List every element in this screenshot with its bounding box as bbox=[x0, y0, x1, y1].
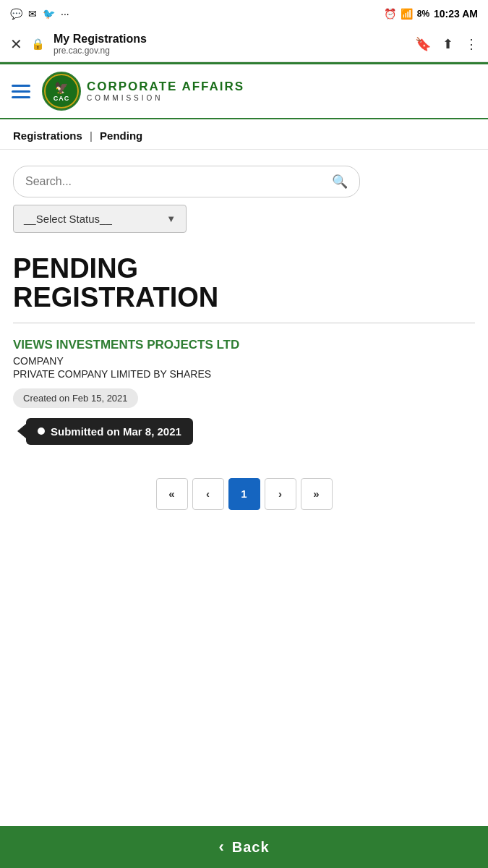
pagination-next[interactable]: › bbox=[265, 478, 296, 510]
breadcrumb-part2[interactable]: Pending bbox=[100, 129, 142, 142]
lock-icon: 🔒 bbox=[31, 38, 45, 51]
hamburger-line-1 bbox=[12, 85, 30, 87]
search-icon: 🔍 bbox=[332, 174, 348, 190]
pending-title-line1: PENDING bbox=[13, 253, 138, 284]
select-status-label: __Select Status__ bbox=[24, 213, 112, 225]
select-status-dropdown[interactable]: __Select Status__ ▼ bbox=[13, 205, 187, 233]
pending-divider bbox=[13, 323, 475, 323]
browser-bar: ✕ 🔒 My Registrations pre.cac.gov.ng 🔖 ⬆ … bbox=[0, 26, 488, 62]
registration-card[interactable]: VIEWS INVESTMENTS PROJECTS LTD COMPANY P… bbox=[13, 338, 475, 445]
pending-title: PENDING REGISTRATION bbox=[13, 255, 475, 312]
pagination-prev[interactable]: ‹ bbox=[192, 478, 224, 510]
bottom-bar: ‹ Back bbox=[0, 826, 488, 868]
org-name-sub: COMMISSION bbox=[87, 94, 244, 102]
breadcrumb-part1[interactable]: Registrations bbox=[13, 129, 82, 142]
more-icon: ··· bbox=[61, 8, 69, 20]
search-area: 🔍 bbox=[13, 166, 475, 197]
submitted-dot bbox=[38, 427, 45, 435]
select-status-wrap: __Select Status__ ▼ bbox=[13, 205, 475, 233]
org-name: CORPORATE AFFAIRS COMMISSION bbox=[87, 80, 244, 102]
pagination: « ‹ 1 › » bbox=[13, 456, 475, 532]
share-icon[interactable]: ⬆ bbox=[442, 36, 453, 52]
breadcrumb: Registrations | Pending bbox=[0, 119, 488, 150]
select-arrow-icon: ▼ bbox=[166, 213, 176, 224]
browser-close-button[interactable]: ✕ bbox=[10, 35, 22, 53]
company-name: VIEWS INVESTMENTS PROJECTS LTD bbox=[13, 338, 475, 352]
hamburger-line-2 bbox=[12, 90, 30, 93]
pagination-last[interactable]: » bbox=[301, 478, 333, 510]
sim-icon: 📶 bbox=[401, 8, 413, 20]
back-chevron-icon: ‹ bbox=[218, 838, 224, 856]
submitted-badge: Submitted on Mar 8, 2021 bbox=[26, 418, 193, 445]
whatsapp-icon: 💬 bbox=[10, 8, 22, 20]
hamburger-line-3 bbox=[12, 96, 30, 98]
cac-label: CAC bbox=[53, 95, 70, 102]
search-input[interactable] bbox=[25, 175, 332, 188]
page-title: My Registrations bbox=[53, 32, 406, 46]
bottom-spacer bbox=[13, 532, 475, 582]
back-label: Back bbox=[232, 839, 270, 856]
logo-inner: 🦅 CAC bbox=[44, 74, 79, 109]
search-box: 🔍 bbox=[13, 166, 360, 197]
twitter-icon: 🐦 bbox=[43, 8, 55, 20]
status-bar: 💬 ✉ 🐦 ··· ⏰ 📶 8% 10:23 AM bbox=[0, 0, 488, 26]
company-type: COMPANY bbox=[13, 355, 475, 367]
main-content: 🔍 __Select Status__ ▼ PENDING REGISTRATI… bbox=[0, 150, 488, 582]
more-options-icon[interactable]: ⋮ bbox=[465, 36, 478, 52]
time-display: 10:23 AM bbox=[434, 8, 478, 20]
pending-title-line2: REGISTRATION bbox=[13, 282, 218, 312]
submitted-label: Submitted on Mar 8, 2021 bbox=[51, 425, 181, 438]
page-url: pre.cac.gov.ng bbox=[53, 46, 406, 56]
back-button[interactable]: ‹ Back bbox=[0, 826, 488, 868]
battery-text: 8% bbox=[417, 9, 429, 19]
bookmark-icon[interactable]: 🔖 bbox=[415, 36, 431, 52]
pagination-first[interactable]: « bbox=[156, 478, 188, 510]
browser-title-area: My Registrations pre.cac.gov.ng bbox=[53, 32, 406, 56]
pagination-current[interactable]: 1 bbox=[228, 478, 260, 510]
hamburger-menu[interactable] bbox=[12, 85, 30, 98]
company-subtype: PRIVATE COMPANY LIMITED BY SHARES bbox=[13, 368, 475, 380]
site-header: 🦅 CAC CORPORATE AFFAIRS COMMISSION bbox=[0, 64, 488, 119]
org-name-main: CORPORATE AFFAIRS bbox=[87, 80, 244, 94]
status-bar-left: 💬 ✉ 🐦 ··· bbox=[10, 8, 69, 20]
browser-action-icons: 🔖 ⬆ ⋮ bbox=[415, 36, 478, 52]
created-badge: Created on Feb 15, 2021 bbox=[13, 388, 138, 408]
email-icon: ✉ bbox=[28, 8, 37, 20]
eagle-icon: 🦅 bbox=[54, 81, 69, 95]
pending-section: PENDING REGISTRATION VIEWS INVESTMENTS P… bbox=[13, 255, 475, 445]
alarm-icon: ⏰ bbox=[384, 8, 396, 20]
logo-area: 🦅 CAC CORPORATE AFFAIRS COMMISSION bbox=[42, 72, 244, 111]
logo-circle: 🦅 CAC bbox=[42, 72, 81, 111]
status-bar-right: ⏰ 📶 8% 10:23 AM bbox=[384, 8, 478, 20]
breadcrumb-separator: | bbox=[90, 129, 93, 142]
